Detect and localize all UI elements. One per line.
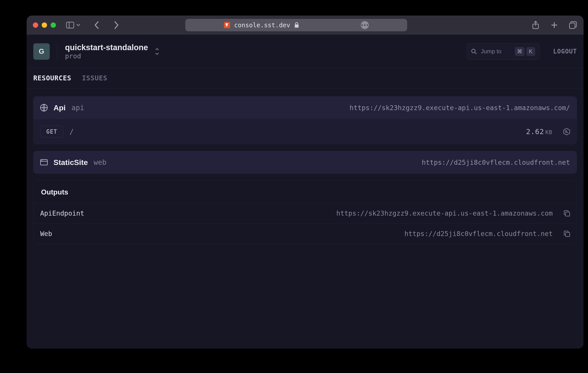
tabs: RESOURCES ISSUES <box>27 68 584 89</box>
window-controls <box>33 22 56 28</box>
logout-button[interactable]: LOGOUT <box>553 48 577 55</box>
new-tab-icon[interactable] <box>550 21 559 30</box>
route-row[interactable]: GET / 2.62KB <box>33 119 577 144</box>
address-url: console.sst.dev <box>234 21 290 29</box>
svg-rect-0 <box>67 22 74 28</box>
project-switcher[interactable]: quickstart-standalone prod <box>65 43 148 60</box>
output-key: Web <box>40 230 52 238</box>
resource-card-staticsite: StaticSite web https://d25ji8c0vflecm.cl… <box>33 151 577 174</box>
page-settings-button[interactable]: ••• <box>361 21 369 29</box>
divider <box>57 44 57 59</box>
project-name: quickstart-standalone <box>65 43 148 52</box>
resource-header[interactable]: Api api https://sk23hzgzz9.execute-api.u… <box>33 96 577 119</box>
route-path: / <box>69 128 74 136</box>
nodejs-icon <box>563 128 570 135</box>
output-row: Web https://d25ji8c0vflecm.cloudfront.ne… <box>33 223 577 244</box>
stage-name: prod <box>65 52 148 60</box>
minimize-window-button[interactable] <box>42 22 47 28</box>
app-root: G quickstart-standalone prod Jump to ⌘ K <box>27 35 584 349</box>
copy-icon[interactable] <box>564 231 570 237</box>
sidebar-toggle-icon[interactable] <box>66 21 74 30</box>
avatar-initial: G <box>39 47 44 55</box>
svg-rect-2 <box>295 24 298 28</box>
output-value[interactable]: https://d25ji8c0vflecm.cloudfront.net <box>405 230 553 238</box>
project-switch-chevrons-icon[interactable] <box>154 47 160 56</box>
route-size: 2.62KB <box>526 128 552 136</box>
tab-overview-icon[interactable] <box>568 21 577 30</box>
svg-point-5 <box>472 49 475 53</box>
app-header: G quickstart-standalone prod Jump to ⌘ K <box>27 35 584 68</box>
output-value[interactable]: https://sk23hzgzz9.execute-api.us-east-1… <box>336 209 553 217</box>
kbd-cmd: ⌘ <box>515 47 525 56</box>
svg-rect-10 <box>566 212 570 216</box>
close-window-button[interactable] <box>33 22 38 28</box>
jump-to-button[interactable]: Jump to ⌘ K <box>467 43 539 60</box>
resource-url[interactable]: https://sk23hzgzz9.execute-api.us-east-1… <box>350 104 570 112</box>
resource-type: StaticSite <box>53 158 88 167</box>
resource-id: web <box>94 158 106 167</box>
lock-icon <box>294 22 299 28</box>
jump-label: Jump to <box>481 48 502 55</box>
maximize-window-button[interactable] <box>51 22 56 28</box>
workspace-avatar[interactable]: G <box>33 43 50 60</box>
back-button[interactable] <box>92 21 101 30</box>
copy-icon[interactable] <box>564 210 570 216</box>
outputs-panel: Outputs ApiEndpoint https://sk23hzgzz9.e… <box>33 180 577 244</box>
sst-brand-icon <box>224 22 230 28</box>
resource-id: api <box>72 104 84 112</box>
svg-rect-11 <box>566 232 570 236</box>
size-unit: KB <box>546 129 552 135</box>
http-method-pill: GET <box>40 126 63 138</box>
chevron-down-icon[interactable] <box>76 21 81 30</box>
browser-window: console.sst.dev ••• <box>27 16 584 349</box>
address-bar[interactable]: console.sst.dev ••• <box>185 19 407 31</box>
resource-url[interactable]: https://d25ji8c0vflecm.cloudfront.net <box>422 159 570 166</box>
tab-issues[interactable]: ISSUES <box>82 68 107 89</box>
resource-card-api: Api api https://sk23hzgzz9.execute-api.u… <box>33 96 577 144</box>
output-row: ApiEndpoint https://sk23hzgzz9.execute-a… <box>33 203 577 223</box>
search-icon <box>471 49 477 54</box>
svg-rect-4 <box>570 23 575 29</box>
kbd-k: K <box>526 47 535 56</box>
tab-resources[interactable]: RESOURCES <box>33 68 72 89</box>
size-value: 2.62 <box>526 128 544 136</box>
resource-header[interactable]: StaticSite web https://d25ji8c0vflecm.cl… <box>33 151 577 173</box>
browser-window-icon <box>40 159 48 166</box>
content: Api api https://sk23hzgzz9.execute-api.u… <box>27 89 584 252</box>
resource-type: Api <box>53 104 66 112</box>
forward-button[interactable] <box>112 21 121 30</box>
globe-icon <box>40 104 48 111</box>
share-icon[interactable] <box>531 21 540 30</box>
output-key: ApiEndpoint <box>40 209 84 217</box>
browser-toolbar: console.sst.dev ••• <box>27 16 584 35</box>
outputs-title: Outputs <box>33 181 577 203</box>
